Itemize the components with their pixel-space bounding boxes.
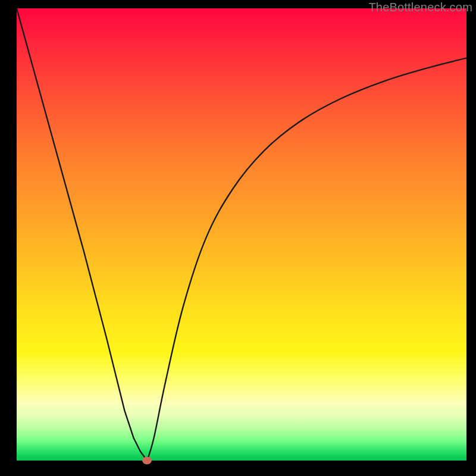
chart-frame: TheBottleneck.com: [0, 0, 476, 476]
minimum-marker: [142, 457, 152, 465]
curve-right-branch: [147, 58, 466, 461]
curve-left-branch: [17, 8, 147, 461]
plot-area: [17, 8, 466, 461]
branding-text: TheBottleneck.com: [368, 1, 472, 14]
bottleneck-curve: [17, 8, 466, 461]
